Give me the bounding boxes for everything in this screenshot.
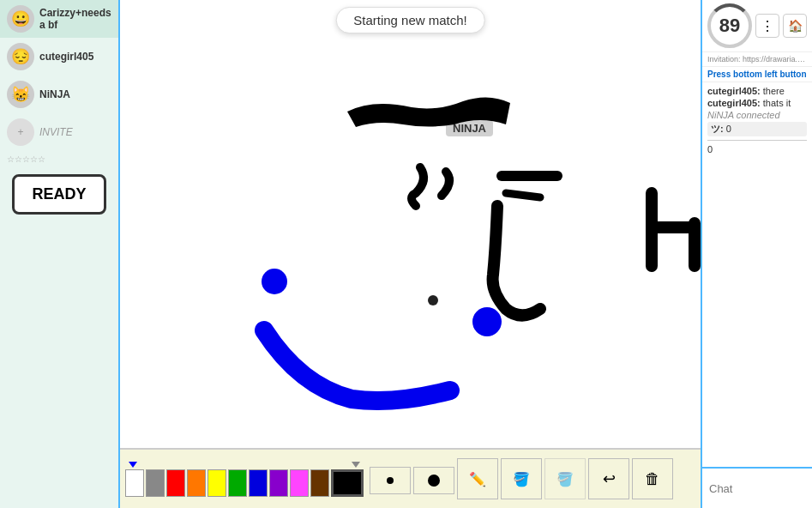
color-swatch-blue[interactable]: [249, 469, 268, 497]
color-arrow-blue: [129, 462, 137, 468]
press-hint: Press bottom left button: [702, 67, 812, 82]
stars-row: ☆☆☆☆☆: [0, 151, 118, 167]
color-section: [125, 462, 364, 497]
color-swatch-black-selected[interactable]: [331, 469, 364, 497]
avatar: 😀: [7, 5, 34, 33]
color-swatch-purple[interactable]: [269, 469, 288, 497]
color-swatch-grey[interactable]: [146, 469, 165, 497]
message-username: ツ:: [711, 124, 724, 134]
color-swatch-green[interactable]: [228, 469, 247, 497]
chat-messages: cutegirl405: there cutegirl405: thats it…: [702, 82, 812, 467]
message-text: NiNJA connected: [707, 110, 780, 120]
pencil-tool-button[interactable]: ✏️: [457, 458, 498, 499]
chat-message-system: NiNJA connected: [707, 110, 807, 120]
chat-message: cutegirl405: thats it: [707, 98, 807, 108]
timer-circle: 89: [707, 3, 752, 48]
fill-tool-button[interactable]: 🪣: [501, 458, 542, 499]
ready-button[interactable]: READY: [12, 174, 105, 215]
avatar: 😸: [7, 81, 34, 108]
chat-message: cutegirl405: there: [707, 86, 807, 96]
color-palette: [125, 469, 364, 497]
color-indicators: [125, 462, 364, 468]
home-button[interactable]: 🏠: [783, 14, 807, 38]
avatar: 😔: [7, 43, 34, 70]
divider: [707, 140, 807, 141]
player-name: Carizzy+needs a bf: [39, 7, 111, 31]
chat-input-row: ★: [702, 467, 812, 508]
chat-message: 0: [707, 144, 807, 154]
svg-point-3: [472, 307, 502, 336]
color-swatch-white[interactable]: [125, 469, 144, 497]
message-text: thats it: [763, 98, 791, 108]
player-name: NiNJA: [39, 88, 70, 100]
invite-item[interactable]: + INVITE: [0, 113, 118, 151]
invite-label: INVITE: [39, 126, 73, 138]
sidebar: 😀 Carizzy+needs a bf 😔 cutegirl405 😸 NiN…: [0, 0, 120, 508]
svg-point-1: [262, 269, 287, 294]
size-medium-dot: [428, 475, 440, 487]
color-swatch-pink[interactable]: [290, 469, 309, 497]
clear-button[interactable]: 🗑: [632, 458, 673, 499]
color-swatch-brown[interactable]: [310, 469, 329, 497]
undo-button[interactable]: ↩: [588, 458, 629, 499]
svg-point-2: [428, 295, 438, 305]
chat-input[interactable]: [702, 469, 812, 508]
message-text: 0: [726, 124, 731, 134]
color-swatch-yellow[interactable]: [208, 469, 226, 497]
right-panel: 89 ⋮ 🏠 Invitation: https://drawaria.onli…: [701, 0, 812, 508]
message-text: 0: [707, 144, 713, 154]
size-small-button[interactable]: [370, 467, 411, 494]
match-banner: Starting new match!: [335, 7, 485, 33]
eraser-tool-button[interactable]: 🪣: [544, 458, 586, 499]
invite-url: Invitation: https://drawaria.online/roo: [702, 52, 812, 67]
color-swatch-orange[interactable]: [187, 469, 206, 497]
size-small-dot: [387, 477, 394, 484]
color-swatch-red[interactable]: [166, 469, 185, 497]
canvas-area: Starting new match! NINJA: [120, 0, 701, 508]
size-section: [370, 463, 454, 494]
message-text: there: [763, 86, 785, 96]
player-name: cutegirl405: [39, 51, 93, 63]
drawing-canvas[interactable]: [120, 0, 701, 448]
timer-value: 89: [719, 15, 740, 37]
player-item[interactable]: 😀 Carizzy+needs a bf: [0, 0, 118, 38]
size-medium-button[interactable]: [413, 467, 454, 494]
right-header: 89 ⋮ 🏠: [702, 0, 812, 52]
player-item[interactable]: 😸 NiNJA: [0, 76, 118, 113]
color-arrow-grey: [352, 462, 360, 468]
stars: ☆☆☆☆☆: [7, 154, 45, 164]
toolbar: ✏️ 🪣 🪣 ↩ 🗑: [120, 448, 701, 508]
invite-avatar: +: [7, 118, 34, 146]
menu-button[interactable]: ⋮: [755, 14, 779, 38]
size-buttons: [370, 467, 454, 494]
canvas-content[interactable]: Starting new match! NINJA: [120, 0, 701, 448]
chat-message-special: ツ: 0: [707, 122, 807, 136]
message-username: cutegirl405:: [707, 86, 761, 96]
message-username: cutegirl405:: [707, 98, 761, 108]
player-item[interactable]: 😔 cutegirl405: [0, 38, 118, 76]
